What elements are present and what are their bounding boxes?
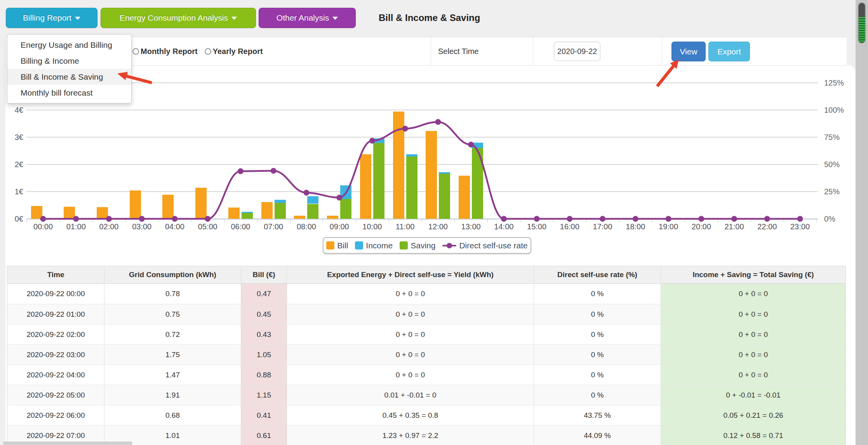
table-cell: 1.91 bbox=[104, 385, 241, 405]
table-cell: 0.72 bbox=[104, 324, 241, 344]
rate-data-point bbox=[73, 216, 79, 222]
table-cell: 0 + 0 = 0 bbox=[661, 284, 845, 304]
table-cell: 0 % bbox=[534, 304, 661, 324]
rate-data-point bbox=[336, 195, 342, 201]
table-row: 2020-09-22 07:001.010.611.23 + 0.97 = 2.… bbox=[7, 425, 845, 445]
rate-data-point bbox=[369, 138, 375, 143]
table-cell: 1.05 bbox=[241, 344, 287, 365]
table-cell: 2020-09-22 03:00 bbox=[7, 344, 104, 365]
legend-label: Income bbox=[366, 241, 393, 250]
table-cell: 0.88 bbox=[241, 365, 287, 385]
legend-item-direct-self-use-rate[interactable]: Direct self-use rate bbox=[442, 241, 527, 250]
table-row: 2020-09-22 02:000.720.430 + 0 = 00 %0 + … bbox=[7, 324, 845, 344]
table-cell: 0 + 0 = 0 bbox=[287, 324, 534, 344]
table-cell: 0.68 bbox=[104, 405, 241, 425]
table-cell: 43.75 % bbox=[534, 405, 661, 425]
rate-data-point bbox=[139, 216, 145, 222]
dropdown-item-billing-income[interactable]: Billing & Income bbox=[7, 53, 131, 69]
table-cell: 1.47 bbox=[104, 365, 241, 385]
table-cell: 0 % bbox=[534, 385, 661, 405]
table-header-row: TimeGrid Consumption (kWh)Bill (€)Export… bbox=[7, 266, 845, 284]
column-header: Exported Energy + Direct self-use = Yiel… bbox=[287, 266, 534, 284]
table-row: 2020-09-22 06:000.680.410.45 + 0.35 = 0.… bbox=[7, 405, 845, 425]
vertical-scrollbar-thumb[interactable] bbox=[858, 2, 866, 44]
table-cell: 0 + 0 = 0 bbox=[287, 365, 534, 385]
table-cell: 0 + 0 = 0 bbox=[661, 344, 845, 365]
vertical-scrollbar-track[interactable] bbox=[856, 0, 868, 445]
table-cell: 0 % bbox=[534, 365, 661, 385]
table-cell: 0 + 0 = 0 bbox=[287, 304, 534, 324]
table-cell: 0.47 bbox=[241, 284, 287, 304]
table-cell: 0.45 bbox=[241, 304, 287, 324]
dropdown-item-bill-income-saving[interactable]: Bill & Income & Saving bbox=[7, 69, 131, 85]
table-cell: 0 + 0 = 0 bbox=[661, 365, 845, 385]
rate-data-point bbox=[633, 216, 638, 222]
rate-data-point bbox=[501, 216, 507, 222]
chart-legend: BillIncomeSavingDirect self-use rate bbox=[323, 237, 531, 254]
rate-data-point bbox=[567, 216, 572, 222]
table-row: 2020-09-22 05:001.911.150.01 + -0.01 = 0… bbox=[7, 385, 845, 405]
rate-data-point bbox=[303, 190, 309, 195]
table-body: 2020-09-22 00:000.780.470 + 0 = 00 %0 + … bbox=[7, 284, 845, 445]
table-cell: 0.05 + 0.21 = 0.26 bbox=[661, 405, 845, 425]
table-cell: 0 + -0.01 = -0.01 bbox=[661, 385, 845, 405]
column-header: Grid Consumption (kWh) bbox=[104, 266, 241, 284]
rate-data-point bbox=[435, 119, 441, 125]
table-cell: 0.01 + -0.01 = 0 bbox=[287, 385, 534, 405]
horizontal-scrollbar-thumb[interactable] bbox=[3, 442, 132, 445]
legend-item-saving[interactable]: Saving bbox=[400, 241, 435, 250]
table-cell: 0 % bbox=[534, 344, 661, 365]
table-cell: 0 + 0 = 0 bbox=[661, 304, 845, 324]
column-header: Bill (€) bbox=[241, 266, 287, 284]
table-cell: 0 % bbox=[534, 284, 661, 304]
table-cell: 1.75 bbox=[104, 344, 241, 365]
column-header: Time bbox=[7, 266, 104, 284]
column-header: Direct self-use rate (%) bbox=[534, 266, 661, 284]
rate-data-point bbox=[238, 168, 244, 174]
rate-data-point bbox=[797, 216, 803, 222]
table-row: 2020-09-22 00:000.780.470 + 0 = 00 %0 + … bbox=[7, 284, 845, 304]
table-row: 2020-09-22 01:000.750.450 + 0 = 00 %0 + … bbox=[7, 304, 845, 324]
table-cell: 1.15 bbox=[241, 385, 287, 405]
rate-data-point bbox=[468, 142, 474, 148]
dropdown-item-monthly-bill-forecast[interactable]: Monthly bill forecast bbox=[7, 85, 131, 101]
rate-data-point bbox=[402, 126, 408, 131]
billing-report-dropdown-menu: Energy Usage and BillingBilling & Income… bbox=[7, 34, 132, 103]
table-row: 2020-09-22 03:001.751.050 + 0 = 00 %0 + … bbox=[7, 344, 845, 365]
rate-data-point bbox=[600, 216, 605, 222]
scrollbar-stripes bbox=[859, 17, 865, 44]
legend-swatch-icon bbox=[355, 241, 363, 250]
legend-item-bill[interactable]: Bill bbox=[326, 241, 348, 250]
table-cell: 2020-09-22 05:00 bbox=[7, 385, 104, 405]
rate-data-point bbox=[271, 168, 277, 174]
table-cell: 0 + 0 = 0 bbox=[661, 324, 845, 344]
table-cell: 2020-09-22 04:00 bbox=[7, 365, 104, 385]
rate-data-point bbox=[106, 216, 112, 222]
dropdown-item-energy-usage-and-billing[interactable]: Energy Usage and Billing bbox=[7, 37, 131, 53]
table-cell: 0.43 bbox=[241, 324, 287, 344]
table-cell: 0.75 bbox=[104, 304, 241, 324]
table-cell: 1.23 + 0.97 = 2.2 bbox=[287, 425, 534, 445]
rate-data-point bbox=[172, 216, 177, 222]
table-cell: 0.45 + 0.35 = 0.8 bbox=[287, 405, 534, 425]
rate-data-point bbox=[205, 216, 210, 222]
legend-label: Direct self-use rate bbox=[459, 241, 527, 250]
rate-data-point bbox=[764, 216, 770, 222]
legend-line-marker-icon bbox=[442, 243, 456, 248]
table-cell: 2020-09-22 06:00 bbox=[7, 405, 104, 425]
table-cell: 2020-09-22 00:00 bbox=[7, 284, 104, 304]
table-cell: 2020-09-22 01:00 bbox=[7, 304, 104, 324]
table-cell: 0 + 0 = 0 bbox=[287, 344, 534, 365]
table-cell: 0 + 0 = 0 bbox=[287, 284, 534, 304]
table-cell: 44.09 % bbox=[534, 425, 661, 445]
rate-data-point bbox=[666, 216, 671, 222]
table-cell: 0.41 bbox=[241, 405, 287, 425]
table-cell: 0.61 bbox=[241, 425, 287, 445]
legend-swatch-icon bbox=[400, 241, 408, 250]
legend-swatch-icon bbox=[326, 241, 334, 250]
table-cell: 0.12 + 0.58 = 0.71 bbox=[661, 425, 845, 445]
rate-data-point bbox=[698, 216, 704, 222]
table-cell: 2020-09-22 02:00 bbox=[7, 324, 104, 344]
legend-item-income[interactable]: Income bbox=[355, 241, 393, 250]
table-cell: 0.78 bbox=[104, 284, 241, 304]
